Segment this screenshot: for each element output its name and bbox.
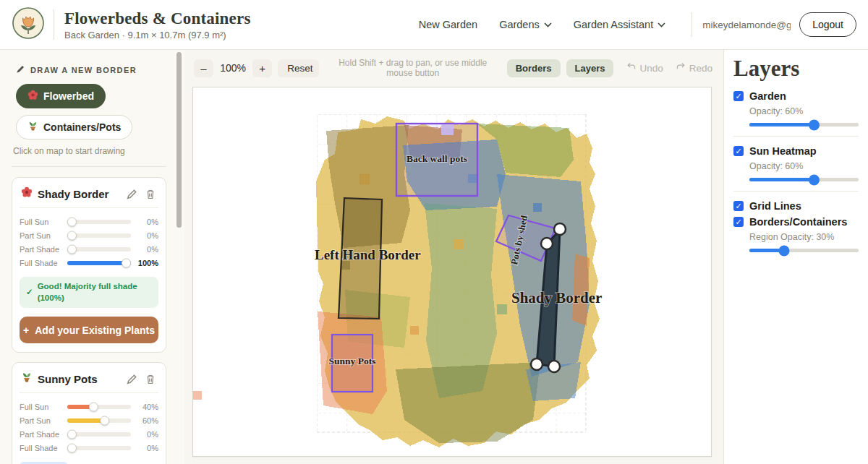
reset-view-button[interactable]: Reset — [278, 59, 319, 77]
zoom-level: 100% — [219, 62, 247, 74]
slider-thumb[interactable] — [122, 258, 131, 267]
borders-containers-layer-checkbox[interactable]: ✓ — [733, 217, 744, 227]
add-existing-plants-button[interactable]: + Add your Existing Plants — [20, 317, 158, 343]
pan-hint: Hold Shift + drag to pan, or use middle … — [325, 58, 501, 78]
nav-new-garden[interactable]: New Garden — [419, 19, 477, 30]
containers-pots-button[interactable]: Containers/Pots — [16, 115, 132, 139]
garden-layer-checkbox[interactable]: ✓ — [733, 91, 744, 101]
zoom-in-button[interactable]: + — [252, 59, 272, 77]
garden-map-canvas[interactable]: Back wall pots Left Hand Border Sunny Po… — [192, 87, 712, 457]
check-icon: ✓ — [26, 287, 33, 298]
header-nav: New Garden Gardens Garden Assistant — [419, 19, 665, 30]
redo-icon — [676, 62, 686, 74]
region-opacity-slider[interactable] — [749, 249, 859, 252]
slider-thumb[interactable] — [779, 245, 790, 256]
opacity-label: Opacity: 60% — [749, 161, 859, 171]
panel-divider — [733, 191, 859, 192]
panel-divider — [733, 136, 859, 137]
header-divider — [54, 9, 54, 40]
edit-region-icon[interactable] — [125, 187, 139, 201]
slider-thumb[interactable] — [89, 402, 98, 411]
sun-slider-row: Full Shade 0% — [20, 441, 158, 455]
sun-heatmap-opacity-slider[interactable] — [749, 178, 859, 181]
resize-handle[interactable] — [531, 358, 542, 370]
redo-button[interactable]: Redo — [676, 62, 712, 74]
page-title: Flowerbeds & Containers — [64, 9, 251, 28]
draw-hint: Click on map to start drawing — [13, 146, 166, 156]
sidebar-scrollbar[interactable] — [176, 52, 182, 228]
plus-icon: + — [23, 325, 29, 336]
chevron-down-icon — [544, 22, 552, 27]
hibiscus-flower-icon — [21, 186, 33, 201]
sun-slider-row: Part Sun 60% — [20, 413, 158, 427]
slider-thumb[interactable] — [67, 443, 77, 452]
nav-garden-assistant[interactable]: Garden Assistant — [574, 19, 665, 30]
map-label-sunny-pots: Sunny Pots — [329, 356, 376, 366]
region-name: Sunny Pots — [38, 373, 120, 385]
draw-section-title: DRAW A NEW BORDER — [16, 64, 166, 75]
edit-region-icon[interactable] — [125, 372, 139, 386]
resize-handle[interactable] — [548, 361, 560, 372]
potted-plant-icon — [21, 371, 33, 386]
undo-button[interactable]: Undo — [626, 62, 663, 74]
layers-panel-title: Layers — [733, 56, 859, 82]
slider-thumb[interactable] — [100, 416, 109, 425]
delete-region-icon[interactable] — [144, 372, 157, 386]
layers-toggle-button[interactable]: Layers — [566, 59, 614, 77]
slider-thumb[interactable] — [809, 174, 820, 185]
slider-thumb[interactable] — [67, 231, 77, 240]
potted-plant-icon — [27, 121, 38, 134]
grid-lines-layer-checkbox[interactable]: ✓ — [733, 201, 744, 211]
map-label-left-hand-border: Left Hand Border — [315, 247, 421, 262]
region-card-sunny-pots: Sunny Pots Full Sun 40% Part Sun 60% Par… — [12, 362, 166, 464]
sun-slider-row: Full Sun 40% — [20, 400, 158, 413]
slider-thumb[interactable] — [809, 119, 820, 130]
app-logo — [12, 7, 45, 43]
zoom-out-button[interactable]: – — [194, 59, 213, 77]
delete-region-icon[interactable] — [144, 187, 157, 201]
sun-slider-row: Part Shade 0% — [20, 242, 158, 256]
region-card-shady-border: Shady Border Full Sun 0% Part Sun 0% Par… — [12, 177, 166, 353]
nav-gardens[interactable]: Gardens — [499, 19, 552, 30]
map-toolbar: – 100% + Reset Hold Shift + drag to pan,… — [184, 50, 723, 85]
region-opacity-label: Region Opacity: 30% — [749, 232, 859, 242]
map-label-shady-border: Shady Border — [511, 289, 602, 306]
full-sun-slider[interactable] — [67, 220, 131, 224]
resize-handle[interactable] — [541, 238, 553, 249]
chevron-down-icon — [658, 22, 665, 27]
map-label-back-wall-pots: Back wall pots — [407, 153, 467, 164]
sun-slider-row: Full Shade 100% — [20, 256, 158, 270]
region-back-wall-pots-handle[interactable] — [441, 124, 454, 135]
slider-thumb[interactable] — [67, 429, 77, 439]
sun-slider-row: Part Sun 0% — [20, 228, 158, 242]
region-name: Shady Border — [38, 188, 120, 200]
part-sun-slider[interactable] — [67, 418, 131, 423]
user-email: mikeydelamonde@g... — [702, 20, 791, 30]
pencil-icon — [16, 64, 25, 75]
layers-panel: Layers ✓ Garden Opacity: 60% ✓ Sun Heatm… — [723, 50, 868, 464]
header-divider — [692, 12, 692, 37]
resize-handle[interactable] — [554, 223, 566, 235]
part-sun-slider[interactable] — [67, 233, 131, 238]
hibiscus-flower-icon — [27, 90, 38, 103]
full-shade-slider[interactable] — [67, 261, 131, 265]
app-header: Flowerbeds & Containers Back Garden · 9.… — [0, 0, 868, 50]
opacity-label: Opacity: 60% — [749, 106, 859, 116]
success-note: ✓ Good! Majority full shade (100%) — [20, 277, 158, 308]
full-shade-slider[interactable] — [67, 446, 131, 450]
logout-button[interactable]: Logout — [799, 12, 856, 37]
part-shade-slider[interactable] — [67, 247, 131, 252]
borders-toggle-button[interactable]: Borders — [507, 59, 561, 77]
sidebar: DRAW A NEW BORDER Flowerbed Containers/P… — [0, 50, 184, 464]
sun-slider-row: Full Sun 0% — [20, 215, 158, 228]
sun-slider-row: Part Shade 0% — [20, 427, 158, 441]
slider-thumb[interactable] — [67, 217, 77, 226]
sidebar-divider — [12, 166, 166, 167]
sun-heatmap-layer-checkbox[interactable]: ✓ — [733, 146, 744, 156]
part-shade-slider[interactable] — [67, 432, 131, 437]
slider-thumb[interactable] — [67, 244, 77, 254]
garden-opacity-slider[interactable] — [749, 123, 859, 126]
flowerbed-button[interactable]: Flowerbed — [16, 84, 106, 108]
undo-icon — [626, 62, 636, 74]
full-sun-slider[interactable] — [67, 405, 131, 409]
